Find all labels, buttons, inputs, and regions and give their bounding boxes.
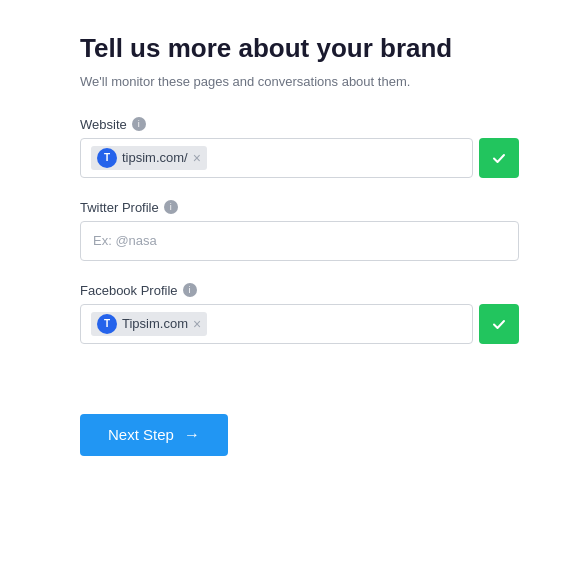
- facebook-tag-text: Tipsim.com: [122, 316, 188, 331]
- facebook-tag: T Tipsim.com ×: [91, 312, 207, 336]
- twitter-label: Twitter Profile i: [80, 200, 519, 215]
- website-tag-remove[interactable]: ×: [193, 151, 201, 165]
- page-title: Tell us more about your brand: [80, 32, 519, 66]
- website-tag-input[interactable]: T tipsim.com/ ×: [80, 138, 473, 178]
- twitter-info-icon[interactable]: i: [164, 200, 178, 214]
- facebook-info-icon[interactable]: i: [183, 283, 197, 297]
- website-tag: T tipsim.com/ ×: [91, 146, 207, 170]
- twitter-field-group: Twitter Profile i: [80, 200, 519, 261]
- page-container: Tell us more about your brand We'll moni…: [0, 0, 579, 488]
- website-label: Website i: [80, 117, 519, 132]
- website-field-group: Website i T tipsim.com/ ×: [80, 117, 519, 178]
- next-step-label: Next Step: [108, 426, 174, 443]
- facebook-tag-avatar: T: [97, 314, 117, 334]
- facebook-confirm-button[interactable]: [479, 304, 519, 344]
- website-input-row: T tipsim.com/ ×: [80, 138, 519, 178]
- facebook-label: Facebook Profile i: [80, 283, 519, 298]
- facebook-tag-input[interactable]: T Tipsim.com ×: [80, 304, 473, 344]
- website-confirm-button[interactable]: [479, 138, 519, 178]
- twitter-input[interactable]: [80, 221, 519, 261]
- website-tag-text: tipsim.com/: [122, 150, 188, 165]
- twitter-input-row: [80, 221, 519, 261]
- page-subtitle: We'll monitor these pages and conversati…: [80, 74, 519, 89]
- website-tag-avatar: T: [97, 148, 117, 168]
- next-step-button[interactable]: Next Step →: [80, 414, 228, 456]
- facebook-input-row: T Tipsim.com ×: [80, 304, 519, 344]
- check-icon: [491, 316, 507, 332]
- arrow-right-icon: →: [184, 426, 200, 444]
- facebook-tag-remove[interactable]: ×: [193, 317, 201, 331]
- check-icon: [491, 150, 507, 166]
- website-info-icon[interactable]: i: [132, 117, 146, 131]
- facebook-field-group: Facebook Profile i T Tipsim.com ×: [80, 283, 519, 344]
